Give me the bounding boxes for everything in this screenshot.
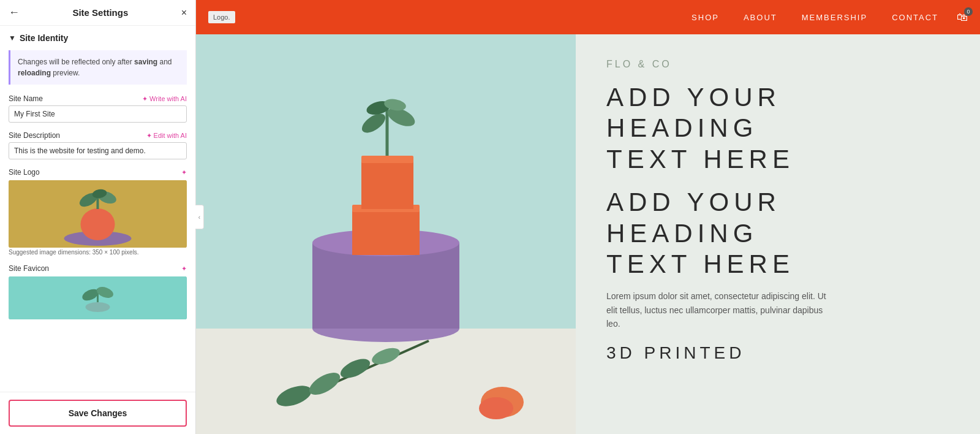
heading2-line2: HEADING [606, 219, 758, 248]
info-bold2: reloading [18, 69, 51, 77]
site-name-label: Site Name [9, 94, 43, 103]
site-desc-label: Site Description [9, 131, 60, 140]
collapse-handle[interactable]: ‹ [195, 205, 204, 229]
back-button[interactable]: ← [9, 6, 20, 19]
info-text-middle: and [157, 58, 172, 66]
brand-name: FLO & CO [606, 59, 949, 70]
logo-svg [9, 180, 187, 248]
site-logo-image[interactable] [9, 180, 187, 248]
heading1-line2: HEADING [606, 113, 758, 142]
write-with-ai-button[interactable]: ✦ Write with AI [142, 95, 187, 103]
preview-content: FLO & CO ADD YOUR HEADING TEXT HERE ADD … [196, 34, 980, 434]
suggested-dimensions: Suggested image dimensions: 350 × 100 pi… [9, 249, 187, 256]
nav-logo: Logo. [208, 11, 235, 23]
cart-badge: 0 [964, 7, 973, 16]
nav-contact[interactable]: CONTACT [892, 13, 938, 22]
hero-image [196, 34, 576, 434]
nav-links: SHOP ABOUT MEMBERSHIP CONTACT [692, 13, 938, 22]
heading2-line1: ADD YOUR [606, 188, 781, 216]
save-changes-button[interactable]: Save Changes [9, 400, 187, 427]
section-label: 3D PRINTED [606, 343, 949, 363]
settings-panel: ← Site Settings × ▼ Site Identity Change… [0, 0, 196, 434]
nav-about[interactable]: ABOUT [744, 13, 777, 22]
heading2-line3: TEXT HERE [606, 249, 794, 278]
info-text-after: preview. [51, 69, 80, 77]
site-name-input[interactable] [9, 105, 187, 123]
site-desc-label-row: Site Description ✦ Edit with AI [9, 131, 187, 140]
svg-rect-19 [361, 157, 413, 209]
cart-icon[interactable]: 🛍 0 [957, 11, 968, 24]
svg-point-2 [81, 208, 115, 240]
right-content: FLO & CO ADD YOUR HEADING TEXT HERE ADD … [576, 34, 980, 434]
section-title: Site Identity [20, 33, 68, 43]
hero-svg [196, 34, 576, 434]
svg-rect-20 [361, 156, 413, 163]
svg-point-32 [479, 397, 513, 419]
logo-ai-icon[interactable]: ✦ [181, 169, 187, 177]
site-favicon-label: Site Favicon [9, 264, 49, 273]
heading2: ADD YOUR HEADING TEXT HERE [606, 187, 949, 280]
panel-body: ▼ Site Identity Changes will be reflecte… [0, 26, 195, 392]
heading1: ADD YOUR HEADING TEXT HERE [606, 82, 949, 175]
section-header: ▼ Site Identity [9, 33, 187, 43]
nav-membership[interactable]: MEMBERSHIP [802, 13, 867, 22]
svg-point-8 [86, 302, 110, 312]
favicon-ai-icon[interactable]: ✦ [181, 265, 187, 273]
site-favicon-label-row: Site Favicon ✦ [9, 264, 187, 273]
favicon-svg [9, 276, 187, 319]
info-bold1: saving [134, 58, 157, 66]
site-favicon-section: Site Favicon ✦ [9, 264, 187, 319]
heading1-line3: TEXT HERE [606, 145, 794, 173]
heading1-line1: ADD YOUR [606, 83, 781, 112]
edit-with-ai-button[interactable]: ✦ Edit with AI [146, 132, 187, 140]
site-logo-section: Site Logo ✦ Sug [9, 168, 187, 256]
site-desc-input[interactable] [9, 142, 187, 159]
section-arrow-icon[interactable]: ▼ [9, 34, 16, 42]
info-box: Changes will be reflected only after sav… [9, 50, 187, 85]
site-name-label-row: Site Name ✦ Write with AI [9, 94, 187, 103]
svg-rect-17 [352, 206, 420, 255]
close-button[interactable]: × [181, 7, 187, 18]
nav-shop[interactable]: SHOP [692, 13, 719, 22]
site-logo-label: Site Logo [9, 168, 40, 177]
site-logo-label-row: Site Logo ✦ [9, 168, 187, 177]
info-text-before: Changes will be reflected only after [18, 58, 134, 66]
panel-footer: Save Changes [0, 392, 195, 434]
site-preview: Logo. SHOP ABOUT MEMBERSHIP CONTACT 🛍 0 [196, 0, 980, 434]
svg-rect-13 [196, 329, 576, 434]
panel-header: ← Site Settings × [0, 0, 195, 26]
preview-navbar: Logo. SHOP ABOUT MEMBERSHIP CONTACT 🛍 0 [196, 0, 980, 34]
panel-title: Site Settings [72, 7, 128, 18]
site-favicon-image[interactable] [9, 276, 187, 319]
body-text: Lorem ipsum dolor sit amet, consectetur … [606, 289, 827, 330]
